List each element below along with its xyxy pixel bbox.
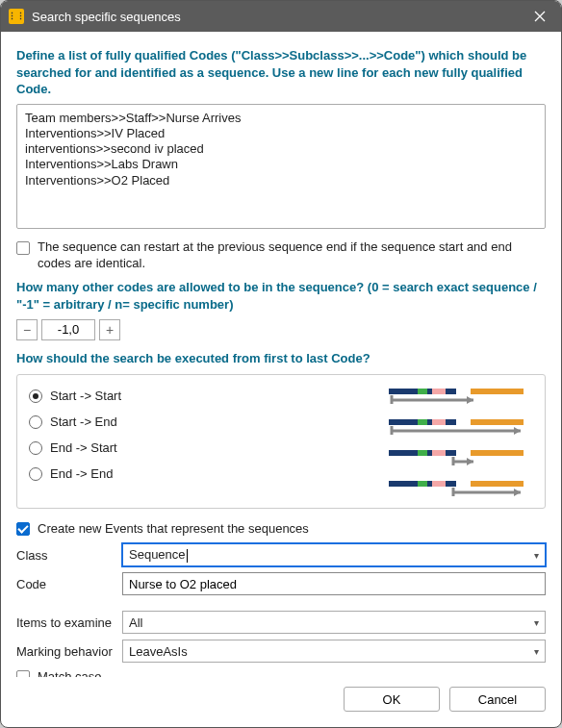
radio-button[interactable] [29,467,42,481]
svg-marker-7 [467,396,473,404]
class-label: Class [16,548,113,563]
direction-option[interactable]: End -> End [29,466,389,481]
svg-rect-17 [418,450,427,456]
code-label: Code [16,577,113,591]
spinner-input[interactable] [41,319,95,340]
svg-rect-3 [418,389,427,394]
svg-rect-26 [471,481,524,487]
direction-graphic [389,387,533,406]
svg-marker-21 [467,458,473,465]
radio-button[interactable] [29,415,42,429]
direction-option-label: Start -> End [50,414,117,429]
svg-rect-10 [418,419,427,425]
radio-button[interactable] [29,389,42,403]
match-case-label: Match case [38,669,101,677]
chevron-down-icon: ▾ [534,550,539,561]
chevron-down-icon: ▾ [534,646,539,657]
count-spinner: − + [16,319,546,340]
chevron-down-icon: ▾ [534,617,539,628]
svg-rect-4 [432,389,446,394]
direction-option-label: Start -> Start [50,389,121,403]
direction-label: How should the search be executed from f… [16,350,546,367]
direction-option-label: End -> Start [50,440,117,455]
svg-rect-12 [471,419,524,425]
define-label: Define a list of fully qualified Codes (… [16,47,546,98]
close-button[interactable] [519,1,561,32]
code-input[interactable] [122,572,546,595]
class-value: Sequence [129,547,186,562]
cancel-button[interactable]: Cancel [449,687,546,712]
marking-value: LeaveAsIs [129,644,188,659]
codes-textarea[interactable] [16,104,546,229]
create-events-checkbox[interactable] [16,522,30,536]
svg-marker-28 [514,489,521,496]
svg-rect-19 [471,450,524,456]
items-label: Items to examine [16,615,113,630]
svg-marker-14 [514,427,521,435]
create-events-label: Create new Events that represent the seq… [38,521,309,536]
spinner-decrement[interactable]: − [16,319,38,340]
direction-panel: Start -> StartStart -> EndEnd -> StartEn… [16,374,546,509]
ok-button[interactable]: OK [344,687,440,712]
restart-label: The sequence can restart at the previous… [38,239,546,272]
direction-graphic [389,479,533,498]
titlebar: ⋮⋮ Search specific sequences [1,1,561,32]
howmany-label: How many other codes are allowed to be i… [16,279,546,313]
items-value: All [129,615,142,630]
close-icon [534,11,546,22]
direction-option[interactable]: Start -> Start [29,389,389,403]
items-select[interactable]: All ▾ [122,611,546,634]
match-case-checkbox[interactable] [16,670,30,677]
app-icon: ⋮⋮ [9,9,24,24]
svg-rect-18 [432,450,446,456]
window-title: Search specific sequences [32,10,519,24]
radio-button[interactable] [29,441,42,455]
svg-rect-25 [432,481,446,487]
class-select[interactable]: Sequence ▾ [122,543,546,566]
direction-option[interactable]: Start -> End [29,414,389,429]
svg-rect-24 [418,481,427,487]
direction-graphic [389,417,533,437]
direction-option[interactable]: End -> Start [29,440,389,455]
svg-rect-11 [432,419,446,425]
restart-checkbox[interactable] [16,241,30,255]
marking-label: Marking behavior [16,644,113,659]
direction-graphic [389,448,533,467]
svg-rect-5 [471,389,524,394]
spinner-increment[interactable]: + [99,319,120,340]
marking-select[interactable]: LeaveAsIs ▾ [122,640,546,663]
direction-option-label: End -> End [50,466,113,481]
